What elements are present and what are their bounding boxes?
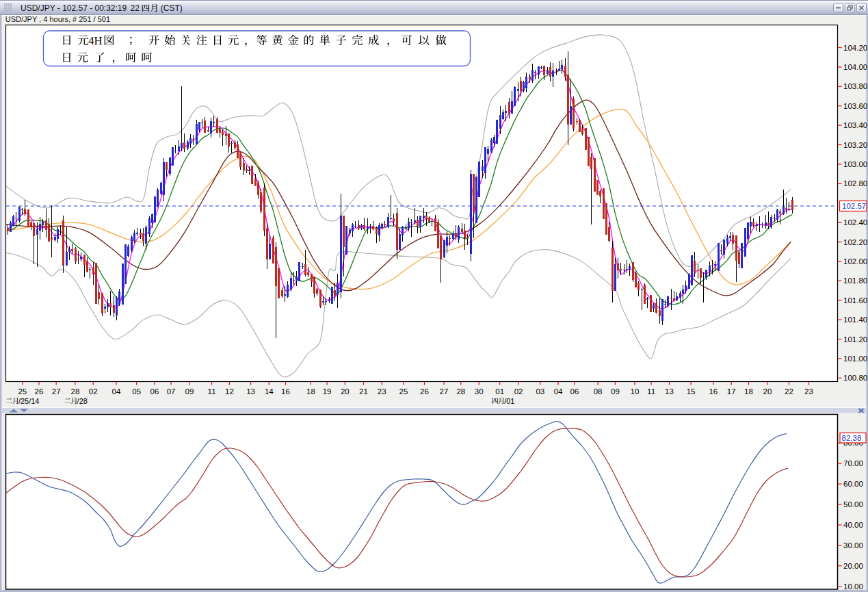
- svg-text:18: 18: [744, 387, 753, 396]
- svg-text:04: 04: [554, 387, 563, 396]
- svg-text:30: 30: [475, 387, 484, 396]
- svg-text:27: 27: [52, 387, 61, 396]
- svg-text:12: 12: [225, 387, 234, 396]
- svg-text:06: 06: [150, 387, 159, 396]
- svg-text:101.80: 101.80: [843, 276, 867, 285]
- svg-text:22: 22: [785, 387, 793, 396]
- svg-text:104.00: 104.00: [843, 63, 867, 71]
- svg-text:40.00: 40.00: [843, 521, 863, 529]
- svg-text:11: 11: [647, 387, 655, 396]
- svg-text:103.60: 103.60: [843, 102, 867, 110]
- svg-text:07: 07: [167, 387, 176, 396]
- svg-text:103.00: 103.00: [843, 160, 867, 168]
- svg-text:10: 10: [631, 387, 640, 396]
- svg-text:18: 18: [306, 387, 315, 396]
- svg-text:08: 08: [594, 387, 603, 396]
- svg-text:101.40: 101.40: [843, 316, 867, 324]
- svg-text:20: 20: [341, 387, 350, 396]
- svg-text:/01: /01: [504, 397, 514, 405]
- svg-text:13: 13: [246, 387, 255, 396]
- svg-text:101.20: 101.20: [843, 335, 867, 344]
- svg-text:102.57: 102.57: [842, 202, 866, 210]
- svg-text:10.00: 10.00: [843, 582, 863, 591]
- svg-text:28: 28: [71, 387, 80, 396]
- svg-text:13: 13: [665, 387, 674, 396]
- svg-text:02: 02: [514, 387, 523, 396]
- svg-text:103.20: 103.20: [843, 141, 867, 149]
- svg-text:27: 27: [440, 387, 449, 396]
- svg-text:26: 26: [35, 387, 44, 396]
- svg-text:20: 20: [763, 387, 772, 396]
- svg-text:(CST): (CST): [161, 3, 183, 13]
- svg-text:102.20: 102.20: [843, 238, 867, 246]
- svg-text:16: 16: [281, 387, 290, 396]
- svg-text:16: 16: [709, 387, 718, 396]
- svg-text:22: 22: [131, 3, 140, 13]
- svg-text:102.80: 102.80: [843, 179, 867, 188]
- svg-text:06: 06: [570, 387, 579, 396]
- svg-text:05: 05: [132, 387, 141, 396]
- svg-text:23: 23: [804, 387, 813, 396]
- svg-text:04: 04: [112, 387, 121, 396]
- svg-text:15: 15: [687, 387, 696, 396]
- svg-text:70.00: 70.00: [843, 459, 863, 467]
- svg-text:03: 03: [536, 387, 544, 396]
- svg-text:23: 23: [378, 387, 386, 396]
- svg-text:100.80: 100.80: [843, 374, 867, 382]
- svg-text:25: 25: [18, 387, 27, 396]
- svg-text:82.38: 82.38: [842, 434, 862, 442]
- svg-text:50.00: 50.00: [843, 500, 863, 509]
- svg-text:21: 21: [359, 387, 368, 396]
- svg-text:14: 14: [265, 387, 274, 396]
- svg-text:4H: 4H: [88, 34, 102, 47]
- svg-text:26: 26: [420, 387, 429, 396]
- svg-text:09: 09: [185, 387, 194, 396]
- svg-text:101.60: 101.60: [843, 296, 867, 305]
- svg-text:09: 09: [611, 387, 620, 396]
- svg-text:USD/JPY - 102.57 - 00:32:19: USD/JPY - 102.57 - 00:32:19: [21, 3, 127, 13]
- svg-text:USD/JPY , 4 hours, # 251 / 501: USD/JPY , 4 hours, # 251 / 501: [5, 15, 110, 23]
- svg-text:11: 11: [208, 387, 216, 396]
- svg-text:20.00: 20.00: [843, 562, 863, 570]
- svg-text:25: 25: [399, 387, 408, 396]
- svg-text:01: 01: [495, 387, 504, 396]
- svg-text:101.00: 101.00: [843, 355, 867, 363]
- svg-text:102.40: 102.40: [843, 218, 867, 227]
- svg-text:102.00: 102.00: [843, 257, 867, 266]
- svg-text:02: 02: [89, 387, 98, 396]
- svg-text:60.00: 60.00: [843, 480, 863, 488]
- svg-text:/25/14: /25/14: [18, 397, 40, 405]
- svg-text:/28: /28: [77, 397, 88, 405]
- svg-text:103.40: 103.40: [843, 121, 867, 129]
- svg-text:28: 28: [456, 387, 465, 396]
- svg-text:17: 17: [727, 387, 736, 396]
- svg-text:103.80: 103.80: [843, 82, 867, 90]
- svg-text:104.20: 104.20: [843, 44, 867, 52]
- svg-text:19: 19: [323, 387, 332, 396]
- svg-text:30.00: 30.00: [843, 541, 863, 550]
